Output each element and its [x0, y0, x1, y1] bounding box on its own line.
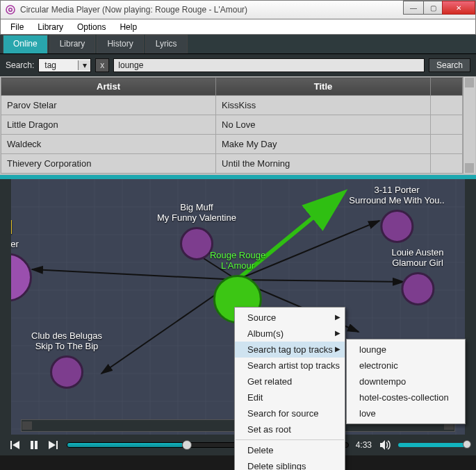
results-table: Artist Title Parov StelarKissKiss Little… [1, 77, 463, 174]
ctx-delete[interactable]: Delete [235, 442, 345, 458]
context-submenu-tags: lounge electronic downtempo hotel-costes… [346, 339, 466, 424]
col-title[interactable]: Title [216, 78, 431, 96]
menu-options[interactable]: Options [70, 21, 113, 33]
col-artist[interactable]: Artist [1, 78, 216, 96]
submenu-item[interactable]: lounge [347, 342, 465, 358]
table-row[interactable]: Parov StelarKissKiss [1, 96, 463, 115]
window-close-button[interactable]: ✕ [442, 1, 475, 15]
svg-point-0 [6, 6, 15, 14]
graph-node[interactable]: Louie Austen Glamour Girl [391, 247, 443, 305]
ctx-get-related[interactable]: Get related [235, 374, 345, 389]
window-minimize-button[interactable]: — [403, 1, 424, 15]
search-button[interactable]: Search [429, 58, 470, 72]
ctx-search-artist[interactable]: Search artist top tracks [235, 358, 345, 374]
volume-icon[interactable] [379, 439, 391, 451]
window-maximize-button[interactable]: ▢ [423, 1, 443, 15]
search-type-value: tag [39, 60, 78, 70]
elapsed-time: 4:33 [356, 440, 372, 450]
volume-knob[interactable] [463, 440, 471, 448]
app-icon [5, 4, 16, 15]
submenu-item[interactable]: hotel-costes-collection [347, 389, 465, 405]
search-bar: Search: tag ▾ x Search [0, 54, 476, 76]
ctx-search-tag[interactable]: Search tag top tracks▶ [235, 342, 345, 358]
ctx-set-root[interactable]: Set as root [235, 421, 345, 437]
table-row[interactable]: Little DragonNo Love [1, 115, 463, 135]
ctx-source[interactable]: Source▶ [235, 310, 345, 326]
window-titlebar: Circular Media Player (Now playing: Roug… [0, 0, 476, 19]
graph-node[interactable]: Club des Belugas Skip To The Bip [31, 330, 102, 389]
search-input[interactable] [113, 58, 425, 72]
search-label: Search: [6, 60, 34, 70]
table-row[interactable]: Thievery CorporationUntil the Morning [1, 154, 463, 174]
ctx-search-source[interactable]: Search for source [235, 405, 345, 421]
progress-knob[interactable] [182, 440, 192, 450]
submenu-arrow-icon: ▶ [335, 329, 340, 337]
tab-lyrics[interactable]: Lyrics [145, 35, 188, 53]
volume-fill [398, 443, 468, 447]
pause-button[interactable] [28, 439, 40, 451]
ctx-delete-siblings[interactable]: Delete siblings [235, 458, 345, 470]
volume-slider[interactable] [398, 443, 468, 447]
submenu-item[interactable]: electronic [347, 358, 465, 374]
menu-help[interactable]: Help [113, 21, 144, 33]
submenu-item[interactable]: downtempo [347, 374, 465, 389]
context-menu: Source▶ Album(s)▶ Search tag top tracks▶… [234, 307, 345, 470]
results-table-wrap: Artist Title Parov StelarKissKiss Little… [0, 76, 476, 175]
next-button[interactable] [47, 439, 60, 451]
tab-history[interactable]: History [97, 35, 143, 53]
graph-node[interactable]: 3-11 Porter Surround Me With You.. [349, 185, 444, 243]
prev-button[interactable] [8, 439, 21, 451]
window-title: Circular Media Player (Now playing: Roug… [20, 5, 247, 15]
col-pad [431, 78, 463, 96]
svg-line-8 [32, 269, 237, 280]
table-scrollbar[interactable] [463, 77, 475, 174]
menu-file[interactable]: File [3, 21, 31, 33]
app-menubar: File Library Options Help [0, 19, 476, 35]
submenu-arrow-icon: ▶ [335, 345, 340, 353]
search-type-dropdown[interactable]: tag ▾ [38, 58, 91, 72]
submenu-arrow-icon: ▶ [335, 313, 340, 321]
table-row[interactable]: WaldeckMake My Day [1, 135, 463, 154]
graph-node[interactable]: d :loser [0, 217, 32, 302]
menu-library[interactable]: Library [31, 21, 70, 33]
chevron-down-icon: ▾ [78, 60, 90, 70]
ctx-edit[interactable]: Edit [235, 389, 345, 405]
submenu-item[interactable]: love [347, 405, 465, 421]
clear-search-button[interactable]: x [95, 58, 109, 72]
progress-fill [67, 443, 182, 447]
ctx-albums[interactable]: Album(s)▶ [235, 326, 345, 342]
svg-point-1 [9, 8, 13, 12]
tab-online[interactable]: Online [3, 35, 48, 53]
tab-library[interactable]: Library [49, 35, 96, 53]
view-tabs: Online Library History Lyrics [0, 35, 476, 54]
